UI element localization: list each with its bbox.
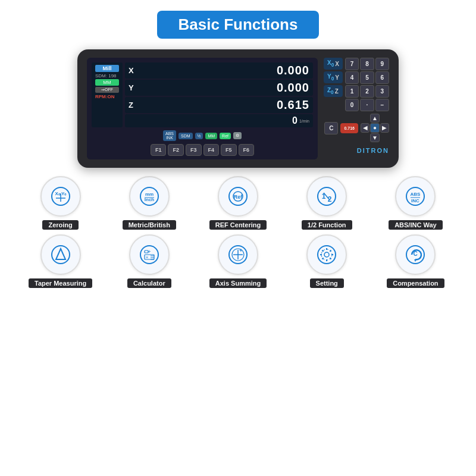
fn3-button[interactable]: F3 <box>186 144 202 156</box>
fn-buttons-row: F1 F2 F3 F4 F5 F6 <box>92 144 313 156</box>
svg-text:2: 2 <box>328 195 332 203</box>
fn2-button[interactable]: F2 <box>168 144 184 156</box>
svg-point-35 <box>324 252 329 257</box>
taper-label: Taper Measuring <box>29 278 92 288</box>
rpm-row: 0 1/min <box>125 114 313 127</box>
axis-value-z: 0.615 <box>139 98 309 112</box>
enter-key[interactable]: 0.716 <box>340 123 358 133</box>
calc-icon-circle: + × <box>129 234 170 275</box>
zeroing-label: Zeroing <box>42 220 78 230</box>
axis-label-y: Y <box>129 83 139 92</box>
feature-calculator: + × Calculator <box>107 234 192 288</box>
x0-key[interactable]: X0 X <box>324 58 343 70</box>
device-screen: Mill SDM: 198 MM ⇒OFF RPM:ON X 0.000 Y <box>87 58 318 159</box>
feature-axis-summing: + Axis Summing <box>195 234 280 288</box>
key-0[interactable]: 0 <box>345 99 359 111</box>
arrow-pad: ▲ ◀ ● ▶ ▼ <box>361 114 389 142</box>
compensation-icon-circle: C <box>395 234 436 275</box>
half-btn[interactable]: ½ <box>195 133 203 139</box>
setting-icon <box>316 244 337 265</box>
device-section: Mill SDM: 198 MM ⇒OFF RPM:ON X 0.000 Y <box>0 49 476 168</box>
axis-summing-label: Axis Summing <box>209 278 267 288</box>
key-8[interactable]: 8 <box>360 58 374 70</box>
key-minus[interactable]: − <box>375 99 389 111</box>
arrow-left[interactable]: ◀ <box>361 123 369 132</box>
compensation-icon: C <box>405 244 426 265</box>
feature-setting: Setting <box>284 234 369 288</box>
setting-icon-circle <box>306 234 347 275</box>
keypad-bottom: C 0.716 ▲ ◀ ● ▶ ▼ <box>324 114 389 142</box>
features-grid: X₀,Y₀ Zeroing mm Inch Metric/British <box>18 176 458 288</box>
abs-label: ABS/INC Way <box>389 220 443 230</box>
keypad-top: X0 X Y0 Y Z0 Z 7 8 9 4 5 6 1 2 3 0 <box>324 58 389 111</box>
fn4-button[interactable]: F4 <box>203 144 220 156</box>
ref-btn[interactable]: Ref <box>220 133 231 139</box>
c-key[interactable]: C <box>324 122 338 134</box>
arrow-empty-br <box>380 133 389 142</box>
arrow-right[interactable]: ▶ <box>380 123 389 132</box>
y0-key[interactable]: Y0 Y <box>324 71 343 83</box>
setting-label: Setting <box>310 278 344 288</box>
sdm-btn[interactable]: SDM <box>178 133 193 139</box>
arrow-center[interactable]: ● <box>370 123 379 132</box>
screen-icons-row: ABSINK SDM ½ MM Ref ⚙ <box>92 130 313 141</box>
key-3[interactable]: 3 <box>375 85 389 98</box>
arrow-down[interactable]: ▼ <box>370 133 379 142</box>
fn5-button[interactable]: F5 <box>221 144 237 156</box>
metric-icon-circle: mm Inch <box>129 176 170 217</box>
arrow-up[interactable]: ▲ <box>370 114 379 123</box>
svg-text:ABS: ABS <box>411 192 421 197</box>
mm-btn[interactable]: MM <box>205 133 217 139</box>
feature-abs: ABS INC ABS/INC Way <box>373 176 458 230</box>
ref-icon-circle: Ref <box>218 176 258 217</box>
axis-readings: X 0.000 Y 0.000 Z 0.615 0 <box>125 62 313 127</box>
rpm-unit: 1/min <box>299 119 309 123</box>
key-2[interactable]: 2 <box>360 85 374 98</box>
feature-taper: Taper Measuring <box>18 234 103 288</box>
feature-metric: mm Inch Metric/British <box>107 176 192 230</box>
key-5[interactable]: 5 <box>360 71 374 84</box>
arrow-empty-tl <box>361 114 369 123</box>
taper-icon-circle <box>40 234 81 275</box>
arrow-empty-bl <box>361 133 369 142</box>
half-label: 1/2 Function <box>302 220 352 230</box>
axis-panel: Mill SDM: 198 MM ⇒OFF RPM:ON <box>92 62 123 127</box>
key-6[interactable]: 6 <box>375 71 389 84</box>
mode-badge: Mill <box>95 65 119 72</box>
arrow-empty-tr <box>380 114 389 123</box>
svg-text:INC: INC <box>412 198 420 203</box>
fn6-button[interactable]: F6 <box>239 144 255 156</box>
fn1-button[interactable]: F1 <box>151 144 167 156</box>
z0-key[interactable]: Z0 Z <box>324 85 343 97</box>
axis-row-z: Z 0.615 <box>125 97 313 113</box>
axis-value-y: 0.000 <box>139 81 309 95</box>
calculator-icon: + × <box>139 244 160 265</box>
svg-text:C: C <box>414 250 418 257</box>
key-9[interactable]: 9 <box>375 58 389 70</box>
svg-text:mm: mm <box>145 192 154 197</box>
svg-marker-20 <box>56 249 65 259</box>
abs-ink-btn[interactable]: ABSINK <box>163 130 176 141</box>
key-7[interactable]: 7 <box>345 58 359 70</box>
gear-btn[interactable]: ⚙ <box>233 132 242 139</box>
abs-icon-circle: ABS INC <box>395 176 436 217</box>
features-section: X₀,Y₀ Zeroing mm Inch Metric/British <box>0 168 476 288</box>
taper-icon <box>50 244 71 265</box>
axis-sum-icon: + <box>227 244 249 265</box>
zeroing-icon: X₀,Y₀ <box>50 186 71 207</box>
svg-text:Ref: Ref <box>234 194 243 200</box>
page-header: Basic Functions <box>0 0 476 45</box>
page-title: Basic Functions <box>157 11 320 39</box>
svg-marker-46 <box>414 259 416 262</box>
ref-label: REF Centering <box>209 220 267 230</box>
key-1[interactable]: 1 <box>345 85 359 98</box>
num-grid: 7 8 9 4 5 6 1 2 3 0 · − <box>345 58 389 111</box>
axis-keys: X0 X Y0 Y Z0 Z <box>324 58 343 111</box>
key-4[interactable]: 4 <box>345 71 359 84</box>
rpm-label: RPM:ON <box>95 94 119 99</box>
axis-row-x: X 0.000 <box>125 62 313 79</box>
axis-label-z: Z <box>129 101 139 109</box>
feed-badge: ⇒OFF <box>95 87 119 93</box>
device-brand-label: DITRON <box>324 147 389 154</box>
key-dot[interactable]: · <box>360 99 374 111</box>
